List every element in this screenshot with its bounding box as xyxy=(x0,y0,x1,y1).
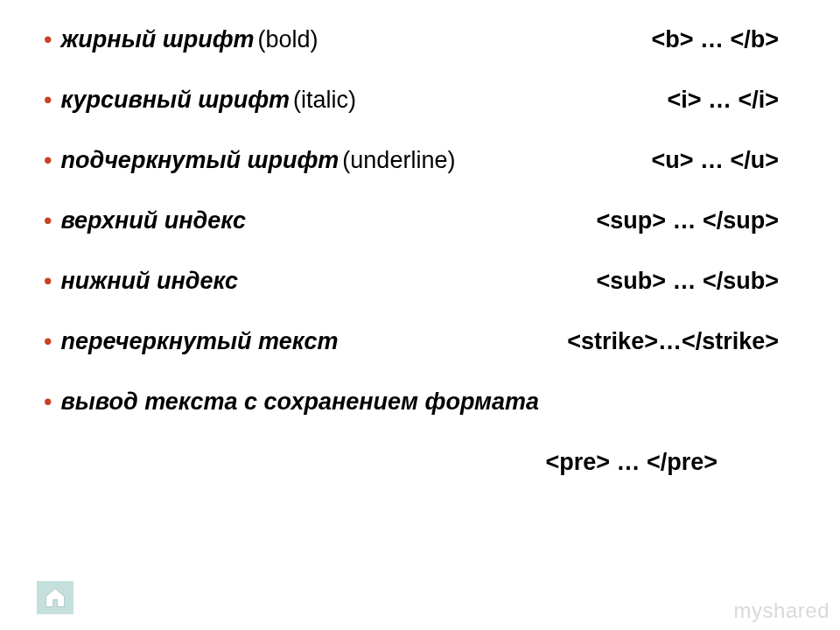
term-text: верхний индекс xyxy=(60,207,246,234)
bullet-icon: • xyxy=(44,149,52,172)
code-text: <i> … </i> xyxy=(667,87,805,114)
slide-content: • жирный шрифт (bold) <b> … </b> • курси… xyxy=(0,0,840,476)
paren-text: (underline) xyxy=(342,147,455,174)
code-text: <sub> … </sub> xyxy=(596,268,805,295)
list-item: • жирный шрифт (bold) <b> … </b> xyxy=(44,26,805,53)
term-text: курсивный шрифт xyxy=(60,87,290,114)
list-item: • подчеркнутый шрифт (underline) <u> … <… xyxy=(44,147,805,174)
watermark: myshared xyxy=(734,598,830,623)
code-text: <u> … </u> xyxy=(651,147,805,174)
code-text: <sup> … </sup> xyxy=(596,207,805,234)
list-item: • верхний индекс <sup> … </sup> xyxy=(44,207,805,234)
list-item: • вывод текста с сохранением формата <pr… xyxy=(44,388,805,476)
code-text: <pre> … </pre> xyxy=(44,449,805,476)
list-item: • нижний индекс <sub> … </sub> xyxy=(44,268,805,295)
list-item: • курсивный шрифт (italic) <i> … </i> xyxy=(44,87,805,114)
term-text: перечеркнутый текст xyxy=(60,328,338,355)
bullet-icon: • xyxy=(44,330,52,354)
term-text: жирный шрифт xyxy=(60,26,254,53)
bullet-icon: • xyxy=(44,28,52,52)
code-text: <b> … </b> xyxy=(651,26,805,53)
term-text: вывод текста с сохранением формата xyxy=(60,388,539,416)
bullet-icon: • xyxy=(44,270,52,293)
term-text: нижний индекс xyxy=(60,268,238,295)
home-icon xyxy=(43,585,67,610)
bullet-icon: • xyxy=(44,88,52,112)
bullet-icon: • xyxy=(44,209,52,233)
paren-text: (bold) xyxy=(258,26,318,53)
list-item: • перечеркнутый текст <strike>…</strike> xyxy=(44,328,805,355)
code-text: <strike>…</strike> xyxy=(567,328,805,355)
bullet-icon: • xyxy=(44,390,52,414)
term-text: подчеркнутый шрифт xyxy=(60,147,339,174)
paren-text: (italic) xyxy=(293,87,356,114)
home-button[interactable] xyxy=(37,581,74,614)
